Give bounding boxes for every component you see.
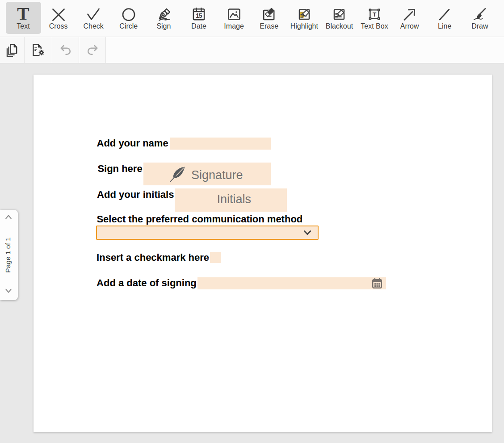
svg-text:T: T <box>373 11 377 18</box>
svg-text:15: 15 <box>196 12 202 19</box>
svg-text:T: T <box>17 8 29 21</box>
